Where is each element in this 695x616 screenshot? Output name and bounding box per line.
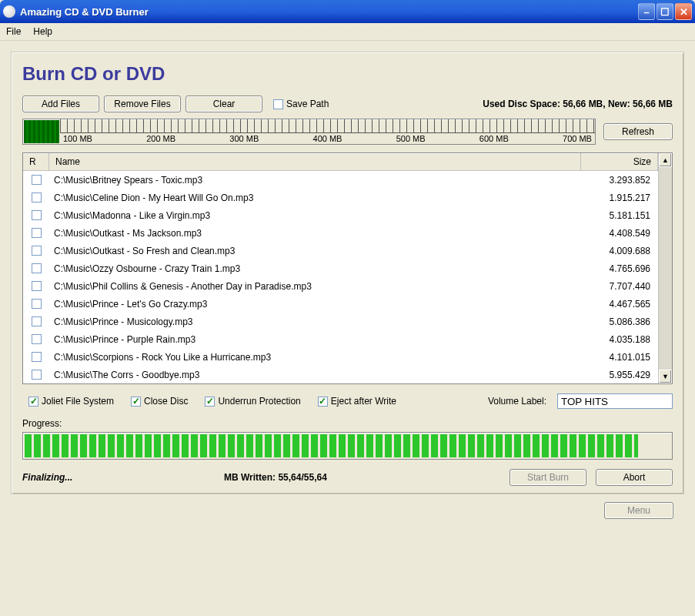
remove-files-button[interactable]: Remove Files	[104, 95, 181, 112]
mb-written: MB Written: 55,64/55,64	[224, 472, 500, 483]
progress-bar	[22, 432, 673, 460]
file-size: 5.086.386	[581, 316, 658, 327]
table-row[interactable]: C:\Music\Prince - Purple Rain.mp34.035.1…	[23, 330, 658, 348]
file-name: C:\Music\Scorpions - Rock You Like a Hur…	[49, 352, 581, 363]
table-row[interactable]: C:\Music\The Corrs - Goodbye.mp35.955.42…	[23, 366, 658, 383]
scroll-down-icon[interactable]: ▼	[659, 370, 672, 383]
table-row[interactable]: C:\Music\Outkast - So Fresh and Clean.mp…	[23, 242, 658, 259]
maximize-button[interactable]: ☐	[657, 3, 673, 20]
file-size: 5.955.429	[581, 370, 658, 380]
column-r[interactable]: R	[23, 153, 49, 170]
scrollbar[interactable]: ▲ ▼	[658, 153, 672, 383]
add-files-button[interactable]: Add Files	[22, 95, 99, 112]
save-path-checkbox[interactable]: Save Path	[273, 99, 329, 109]
used-space-bar	[24, 120, 59, 143]
table-row[interactable]: C:\Music\Prince - Let's Go Crazy.mp34.46…	[23, 295, 658, 313]
checkbox-icon	[273, 99, 283, 109]
file-size: 5.181.151	[581, 210, 658, 221]
ruler-tick-label: 400 MB	[313, 134, 342, 143]
file-name: C:\Music\Celine Dion - My Heart Will Go …	[49, 192, 581, 203]
minimize-button[interactable]: –	[638, 3, 655, 20]
file-size: 4.408.549	[581, 228, 658, 239]
disc-space-info: Used Disc Space: 56,66 MB, New: 56,66 MB	[483, 99, 673, 109]
ruler-tick-label: 600 MB	[479, 134, 509, 143]
menubar: File Help	[0, 23, 695, 41]
table-row[interactable]: C:\Music\Celine Dion - My Heart Will Go …	[23, 189, 658, 206]
file-name: C:\Music\Prince - Purple Rain.mp3	[49, 334, 581, 345]
file-size: 4.009.688	[581, 246, 658, 256]
row-checkbox[interactable]	[32, 192, 42, 203]
ruler-tick-label: 500 MB	[396, 134, 426, 143]
file-size: 4.467.565	[581, 299, 658, 310]
progress-fill	[25, 434, 638, 457]
row-checkbox[interactable]	[32, 316, 42, 326]
column-name[interactable]: Name	[49, 153, 581, 170]
row-checkbox[interactable]	[32, 175, 42, 185]
row-checkbox[interactable]	[32, 299, 42, 309]
eject-checkbox[interactable]: Eject after Write	[318, 396, 396, 407]
table-row[interactable]: C:\Music\Britney Spears - Toxic.mp33.293…	[23, 171, 658, 189]
table-row[interactable]: C:\Music\Prince - Musicology.mp35.086.38…	[23, 313, 658, 330]
disc-usage-ruler: 100 MB200 MB300 MB400 MB500 MB600 MB700 …	[22, 119, 596, 145]
row-checkbox[interactable]	[32, 352, 42, 362]
save-path-label: Save Path	[286, 99, 329, 109]
underrun-checkbox[interactable]: Underrun Protection	[205, 396, 300, 407]
abort-button[interactable]: Abort	[596, 469, 673, 486]
table-row[interactable]: C:\Music\Phil Collins & Genesis - Anothe…	[23, 277, 658, 295]
table-row[interactable]: C:\Music\Outkast - Ms Jackson.mp34.408.5…	[23, 224, 658, 242]
file-size: 4.101.015	[581, 352, 658, 363]
menu-help[interactable]: Help	[33, 26, 52, 37]
titlebar[interactable]: Amazing CD & DVD Burner – ☐ ✕	[0, 0, 695, 23]
clear-button[interactable]: Clear	[185, 95, 262, 112]
checkbox-icon	[28, 397, 38, 407]
table-row[interactable]: C:\Music\Madonna - Like a Virgin.mp35.18…	[23, 206, 658, 224]
menu-button[interactable]: Menu	[604, 502, 673, 519]
checkbox-icon	[205, 397, 215, 407]
row-checkbox[interactable]	[32, 334, 42, 344]
file-name: C:\Music\Prince - Musicology.mp3	[49, 316, 581, 327]
ruler-tick-label: 200 MB	[146, 134, 175, 143]
row-checkbox[interactable]	[32, 370, 42, 380]
refresh-button[interactable]: Refresh	[603, 123, 673, 140]
joliet-checkbox[interactable]: Joliet File System	[28, 396, 114, 407]
file-name: C:\Music\Phil Collins & Genesis - Anothe…	[49, 281, 581, 292]
checkbox-icon	[318, 397, 328, 407]
volume-label-input[interactable]	[557, 393, 673, 409]
progress-label: Progress:	[22, 418, 673, 429]
close-disc-checkbox[interactable]: Close Disc	[131, 396, 188, 407]
file-name: C:\Music\Ozzy Osbourne - Crazy Train 1.m…	[49, 263, 581, 274]
file-name: C:\Music\Prince - Let's Go Crazy.mp3	[49, 299, 581, 310]
scroll-up-icon[interactable]: ▲	[659, 153, 672, 167]
table-row[interactable]: C:\Music\Scorpions - Rock You Like a Hur…	[23, 348, 658, 366]
checkbox-icon	[131, 397, 141, 407]
volume-label-text: Volume Label:	[488, 396, 546, 407]
file-name: C:\Music\Outkast - Ms Jackson.mp3	[49, 228, 581, 239]
ruler-tick-label: 300 MB	[229, 134, 259, 143]
row-checkbox[interactable]	[32, 281, 42, 291]
file-name: C:\Music\Britney Spears - Toxic.mp3	[49, 175, 581, 186]
start-burn-button: Start Burn	[510, 469, 586, 486]
file-list: R Name Size C:\Music\Britney Spears - To…	[22, 152, 673, 384]
row-checkbox[interactable]	[32, 210, 42, 220]
page-title: Burn CD or DVD	[22, 63, 673, 85]
row-checkbox[interactable]	[32, 228, 42, 238]
ruler-tick-label: 100 MB	[63, 134, 92, 143]
row-checkbox[interactable]	[32, 263, 42, 273]
file-size: 3.293.852	[581, 175, 658, 186]
app-icon	[3, 5, 15, 18]
file-size: 4.035.188	[581, 334, 658, 345]
row-checkbox[interactable]	[32, 246, 42, 256]
window-title: Amazing CD & DVD Burner	[20, 6, 638, 18]
file-size: 1.915.217	[581, 192, 658, 203]
file-size: 4.765.696	[581, 263, 658, 274]
ruler-tick-label: 700 MB	[563, 134, 592, 143]
file-size: 7.707.440	[581, 281, 658, 292]
menu-file[interactable]: File	[6, 26, 21, 37]
status-text: Finalizing...	[22, 472, 215, 483]
file-name: C:\Music\Madonna - Like a Virgin.mp3	[49, 210, 581, 221]
column-size[interactable]: Size	[581, 153, 658, 170]
file-name: C:\Music\The Corrs - Goodbye.mp3	[49, 370, 581, 380]
close-button[interactable]: ✕	[675, 3, 692, 20]
file-name: C:\Music\Outkast - So Fresh and Clean.mp…	[49, 246, 581, 256]
table-row[interactable]: C:\Music\Ozzy Osbourne - Crazy Train 1.m…	[23, 259, 658, 277]
